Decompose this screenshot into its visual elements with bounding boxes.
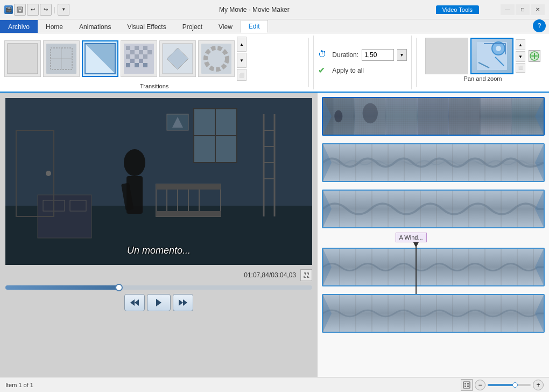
ribbon-tabs: Archivo Home Animations Visual Effects P… — [0, 19, 549, 33]
forward-button[interactable] — [173, 294, 193, 311]
svg-rect-2 — [18, 10, 22, 12]
quick-btn[interactable]: ▼ — [58, 4, 69, 16]
duration-section: ⏱ Duration: ▼ ✔ Apply to all — [313, 36, 412, 89]
svg-point-74 — [362, 103, 377, 123]
svg-rect-17 — [147, 50, 152, 54]
duration-input[interactable] — [362, 49, 394, 61]
svg-rect-79 — [464, 383, 466, 384]
tab-edit[interactable]: Edit — [241, 20, 268, 33]
zoom-handle[interactable] — [512, 382, 518, 388]
movie-still — [5, 98, 312, 265]
close-button[interactable]: ✕ — [531, 4, 545, 15]
tab-home[interactable]: Home — [38, 20, 71, 33]
timeline-clip-1[interactable] — [322, 97, 545, 136]
play-button[interactable] — [147, 294, 171, 311]
redo-button[interactable]: ↪ — [40, 4, 52, 16]
expand-button[interactable] — [300, 269, 312, 281]
svg-rect-80 — [467, 383, 469, 384]
svg-rect-18 — [126, 54, 130, 59]
transition-item-none[interactable] — [4, 40, 41, 77]
svg-rect-22 — [139, 59, 143, 63]
pan-zoom-item-1[interactable] — [425, 38, 468, 74]
progress-bar[interactable] — [5, 285, 312, 290]
zoom-out-button[interactable]: − — [475, 380, 485, 390]
title-bar-icons: 🎬 ↩ ↪ | ▼ — [4, 4, 69, 16]
title-text: My Movie - Movie Maker — [73, 6, 435, 13]
ribbon-sep-2 — [416, 38, 417, 87]
status-icon-1[interactable] — [461, 379, 473, 391]
svg-rect-81 — [464, 386, 466, 387]
svg-rect-20 — [143, 54, 147, 59]
undo-button[interactable]: ↩ — [27, 4, 39, 16]
svg-rect-24 — [135, 63, 139, 67]
pan-zoom-scroll-down[interactable]: ▼ — [516, 51, 525, 62]
svg-point-33 — [496, 46, 501, 51]
main-content: Un momento... 01:07,84/03:04,03 — [0, 93, 549, 377]
time-display: 01:07,84/03:04,03 — [244, 271, 296, 279]
gallery-scroll-up[interactable]: ▲ — [237, 37, 247, 52]
ribbon-content: ▲ ▼ ⬜ Transitions ⏱ Duration: ▼ ✔ Apply … — [0, 33, 549, 93]
transition-item-fade[interactable] — [43, 40, 80, 77]
zoom-in-button[interactable]: + — [533, 380, 544, 390]
tab-project[interactable]: Project — [174, 20, 210, 33]
transition-item-dissolve[interactable] — [121, 40, 157, 77]
preview-panel: Un momento... 01:07,84/03:04,03 — [0, 93, 318, 377]
gallery-expand[interactable]: ⬜ — [237, 69, 247, 81]
rewind-button[interactable] — [124, 294, 145, 311]
tab-animations[interactable]: Animations — [71, 20, 119, 33]
save-button[interactable] — [14, 4, 26, 16]
pan-zoom-add-button[interactable] — [529, 50, 540, 62]
svg-rect-15 — [130, 50, 135, 54]
svg-rect-1 — [18, 7, 22, 9]
status-bar: Item 1 of 1 − + — [0, 377, 549, 392]
progress-fill — [5, 285, 119, 290]
help-button[interactable]: ? — [533, 19, 546, 32]
svg-rect-23 — [126, 63, 130, 67]
gallery-scroll: ▲ ▼ ⬜ — [237, 37, 247, 81]
duration-dropdown[interactable]: ▼ — [397, 49, 407, 61]
svg-rect-45 — [156, 211, 221, 216]
svg-rect-12 — [126, 46, 130, 50]
pan-zoom-scroll-up[interactable]: ▲ — [516, 39, 525, 50]
gallery-scroll-down[interactable]: ▼ — [237, 53, 247, 68]
playhead-top — [413, 242, 419, 248]
time-row: 01:07,84/03:04,03 — [5, 269, 312, 281]
timeline-clip-2[interactable] — [322, 143, 545, 182]
timeline-scroll-area[interactable]: A Wind... — [318, 93, 549, 377]
apply-to-all-button[interactable]: Apply to all — [332, 67, 364, 74]
apply-icon: ✔ — [318, 65, 329, 76]
svg-point-63 — [46, 171, 51, 176]
tab-visual-effects[interactable]: Visual Effects — [119, 20, 174, 33]
progress-handle[interactable] — [115, 284, 123, 291]
svg-marker-67 — [156, 299, 161, 306]
transition-item-diagonal[interactable] — [82, 40, 118, 77]
timeline-clip-3[interactable] — [322, 190, 545, 228]
video-preview: Un momento... — [5, 98, 312, 265]
timeline-clip-4[interactable] — [322, 248, 545, 286]
pan-zoom-expand[interactable]: ⬜ — [516, 63, 525, 73]
svg-marker-66 — [135, 299, 139, 306]
svg-marker-65 — [130, 299, 135, 306]
playback-controls — [5, 294, 312, 311]
duration-icon: ⏱ — [318, 50, 329, 60]
transition-item-alt[interactable] — [198, 40, 235, 77]
pan-zoom-scroll: ▲ ▼ ⬜ — [516, 39, 525, 73]
svg-rect-76 — [418, 98, 448, 135]
status-text: Item 1 of 1 — [5, 382, 456, 388]
title-bar: 🎬 ↩ ↪ | ▼ My Movie - Movie Maker Video T… — [0, 0, 549, 19]
apply-row: ✔ Apply to all — [318, 65, 407, 76]
minimize-button[interactable]: — — [501, 4, 515, 15]
transition-item-slide[interactable] — [159, 40, 196, 77]
video-tools-badge: Video Tools — [436, 5, 479, 14]
pan-zoom-section: ▲ ▼ ⬜ Pan and zoom — [421, 36, 545, 89]
zoom-slider[interactable] — [488, 384, 531, 386]
svg-marker-68 — [179, 299, 183, 306]
timeline-clip-5[interactable] — [322, 294, 545, 333]
tab-view[interactable]: View — [210, 20, 241, 33]
svg-rect-73 — [355, 98, 385, 135]
pan-zoom-item-2[interactable] — [470, 38, 513, 74]
svg-rect-14 — [143, 46, 147, 50]
duration-row: ⏱ Duration: ▼ — [318, 49, 407, 61]
maximize-button[interactable]: □ — [516, 4, 530, 15]
tab-archivo[interactable]: Archivo — [0, 20, 38, 33]
